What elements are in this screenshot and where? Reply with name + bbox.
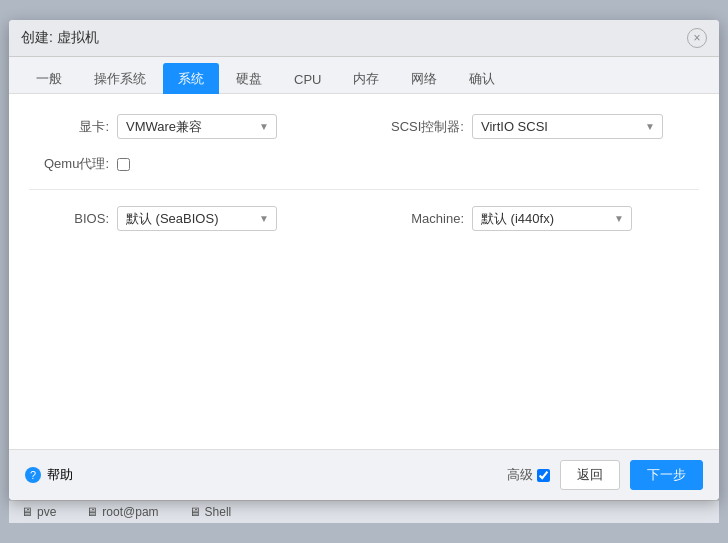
taskbar-icon-shell: 🖥: [189, 505, 201, 519]
taskbar-label-pve: pve: [37, 505, 56, 519]
tab-system[interactable]: 系统: [163, 63, 219, 94]
taskbar-label-shell: Shell: [205, 505, 232, 519]
machine-col: Machine: 默认 (i440fx) q35 ▼: [374, 206, 699, 231]
tab-bar: 一般 操作系统 系统 硬盘 CPU 内存 网络 确认: [9, 57, 719, 94]
dialog-body: 显卡: VMWare兼容 标准VGA Cirrus SPICE QXL Virt…: [9, 94, 719, 449]
help-label: 帮助: [47, 466, 73, 484]
dialog-header: 创建: 虚拟机 ×: [9, 20, 719, 57]
bios-label: BIOS:: [29, 211, 109, 226]
divider: [29, 189, 699, 190]
scsi-col: SCSI控制器: VirtIO SCSI LSI 53C895A MegaRAI…: [374, 114, 699, 139]
taskbar-item-shell[interactable]: 🖥 Shell: [189, 505, 232, 519]
taskbar-icon-root: 🖥: [86, 505, 98, 519]
footer-right: 高级 返回 下一步: [507, 460, 703, 490]
help-icon[interactable]: ?: [25, 467, 41, 483]
display-select[interactable]: VMWare兼容 标准VGA Cirrus SPICE QXL VirtIO-G…: [117, 114, 277, 139]
advanced-label: 高级: [507, 466, 533, 484]
bios-col: BIOS: 默认 (SeaBIOS) OVMF (UEFI) ▼: [29, 206, 354, 231]
scsi-select[interactable]: VirtIO SCSI LSI 53C895A MegaRAID SAS 870…: [472, 114, 663, 139]
qemu-col: Qemu代理:: [29, 155, 699, 173]
qemu-checkbox[interactable]: [117, 158, 130, 171]
tab-disk[interactable]: 硬盘: [221, 63, 277, 94]
machine-select[interactable]: 默认 (i440fx) q35: [472, 206, 632, 231]
scsi-select-box[interactable]: VirtIO SCSI LSI 53C895A MegaRAID SAS 870…: [472, 114, 663, 139]
display-label: 显卡:: [29, 118, 109, 136]
tab-network[interactable]: 网络: [396, 63, 452, 94]
next-button[interactable]: 下一步: [630, 460, 703, 490]
tab-general[interactable]: 一般: [21, 63, 77, 94]
close-icon: ×: [693, 32, 700, 44]
advanced-checkbox[interactable]: [537, 469, 550, 482]
tab-os[interactable]: 操作系统: [79, 63, 161, 94]
taskbar-icon-pve: 🖥: [21, 505, 33, 519]
bios-machine-row: BIOS: 默认 (SeaBIOS) OVMF (UEFI) ▼ Machine…: [29, 206, 699, 231]
create-vm-dialog: 创建: 虚拟机 × 一般 操作系统 系统 硬盘 CPU 内存 网络 确认 显卡:…: [9, 20, 719, 500]
qemu-checkbox-wrap[interactable]: [117, 158, 130, 171]
qemu-row: Qemu代理:: [29, 155, 699, 173]
display-select-box[interactable]: VMWare兼容 标准VGA Cirrus SPICE QXL VirtIO-G…: [117, 114, 277, 139]
dialog-title: 创建: 虚拟机: [21, 29, 99, 47]
display-col: 显卡: VMWare兼容 标准VGA Cirrus SPICE QXL Virt…: [29, 114, 354, 139]
close-button[interactable]: ×: [687, 28, 707, 48]
back-button[interactable]: 返回: [560, 460, 620, 490]
bios-select[interactable]: 默认 (SeaBIOS) OVMF (UEFI): [117, 206, 277, 231]
tab-memory[interactable]: 内存: [338, 63, 394, 94]
machine-label: Machine:: [374, 211, 464, 226]
tab-cpu[interactable]: CPU: [279, 65, 336, 93]
machine-select-box[interactable]: 默认 (i440fx) q35 ▼: [472, 206, 632, 231]
tab-confirm[interactable]: 确认: [454, 63, 510, 94]
taskbar-label-root: root@pam: [102, 505, 158, 519]
bios-select-box[interactable]: 默认 (SeaBIOS) OVMF (UEFI) ▼: [117, 206, 277, 231]
taskbar-item-root[interactable]: 🖥 root@pam: [86, 505, 158, 519]
taskbar: 🖥 pve 🖥 root@pam 🖥 Shell: [9, 500, 719, 523]
display-scsi-row: 显卡: VMWare兼容 标准VGA Cirrus SPICE QXL Virt…: [29, 114, 699, 139]
advanced-check-wrap[interactable]: 高级: [507, 466, 550, 484]
dialog-footer: ? 帮助 高级 返回 下一步: [9, 449, 719, 500]
qemu-label: Qemu代理:: [29, 155, 109, 173]
footer-left: ? 帮助: [25, 466, 73, 484]
taskbar-item-pve[interactable]: 🖥 pve: [21, 505, 56, 519]
scsi-label: SCSI控制器:: [374, 118, 464, 136]
